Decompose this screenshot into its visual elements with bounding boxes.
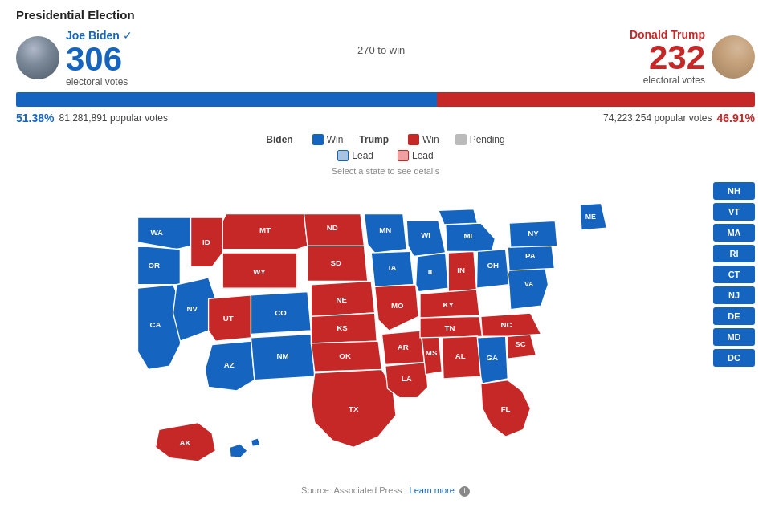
trump-pct: 46.91%	[717, 112, 755, 124]
legend-trump-header: Trump	[359, 134, 392, 145]
svg-text:TN: TN	[445, 323, 455, 332]
svg-text:OR: OR	[148, 261, 160, 270]
usa-map: WA OR CA ID NV MT WY	[16, 182, 705, 479]
svg-text:OH: OH	[487, 261, 499, 270]
svg-text:IA: IA	[389, 263, 397, 272]
trump-info: Donald Trump 232 electoral votes	[630, 28, 705, 86]
biden-avatar	[16, 36, 59, 79]
popular-votes-row: 51.38% 81,281,891 popular votes 74,223,2…	[16, 112, 755, 124]
svg-text:UT: UT	[223, 314, 234, 323]
sidebar-state-RI[interactable]: RI	[713, 245, 755, 262]
bar-red	[437, 92, 755, 107]
svg-text:KY: KY	[443, 300, 455, 309]
svg-text:MT: MT	[259, 225, 271, 234]
svg-text:NV: NV	[187, 304, 198, 313]
svg-text:AZ: AZ	[224, 360, 235, 369]
sidebar-state-NJ[interactable]: NJ	[713, 286, 755, 304]
legend-lead-label-2: Lead	[412, 150, 434, 161]
svg-text:NM: NM	[277, 351, 289, 360]
legend-trump-lead: Lead	[398, 150, 434, 161]
center-label: 270 to win	[133, 28, 630, 56]
state-WA[interactable]	[138, 217, 191, 250]
biden-check: ✓	[123, 29, 133, 42]
swatch-biden-lead	[337, 150, 349, 161]
legend-biden-win: Win	[312, 134, 344, 145]
svg-text:NE: NE	[336, 295, 347, 304]
svg-text:IN: IN	[457, 266, 465, 274]
svg-text:CO: CO	[275, 308, 287, 317]
swatch-pending	[455, 134, 467, 145]
source-row: Source: Associated Press Learn more i	[16, 485, 755, 497]
sidebar-state-MD[interactable]: MD	[713, 328, 755, 346]
svg-text:CA: CA	[150, 320, 161, 329]
trump-popular: 74,223,254 popular votes 46.91%	[603, 112, 755, 124]
svg-text:TX: TX	[349, 404, 359, 413]
svg-text:MD: MD	[557, 259, 566, 265]
biden-popular-votes: 81,281,891 popular votes	[59, 112, 167, 124]
legend-biden-label: Biden	[266, 134, 292, 145]
svg-text:ND: ND	[327, 223, 338, 232]
legend-win-label-1: Win	[327, 134, 344, 145]
biden-pct: 51.38%	[16, 112, 54, 124]
info-icon[interactable]: i	[459, 486, 470, 497]
biden-ev: 306	[66, 43, 133, 76]
svg-text:AR: AR	[398, 343, 409, 351]
legend-row-2: Lead Lead	[16, 148, 755, 163]
svg-text:AK: AK	[180, 438, 191, 447]
sidebar-state-DE[interactable]: DE	[713, 307, 755, 325]
trump-candidate: Donald Trump 232 electoral votes	[630, 28, 755, 86]
svg-text:MO: MO	[391, 301, 404, 310]
sidebar-state-NH[interactable]: NH	[713, 182, 755, 200]
biden-candidate: Joe Biden ✓ 306 electoral votes	[16, 28, 133, 87]
legend-trump-label: Trump	[359, 134, 389, 145]
legend-win-label-2: Win	[422, 134, 439, 145]
svg-text:PA: PA	[525, 251, 536, 260]
svg-text:NJ: NJ	[557, 242, 565, 248]
sidebar-state-DC[interactable]: DC	[713, 349, 755, 367]
svg-text:NY: NY	[528, 229, 539, 238]
sidebar-state-CT[interactable]: CT	[713, 266, 755, 283]
legend-biden-header: Biden	[266, 134, 296, 145]
legend-trump-win: Win	[408, 134, 439, 145]
svg-text:SD: SD	[330, 258, 341, 267]
sidebar-states: NH VT MA RI CT NJ DE MD DC	[713, 182, 755, 367]
svg-text:WA: WA	[150, 228, 163, 237]
svg-text:GA: GA	[487, 353, 499, 362]
svg-text:FL: FL	[501, 404, 511, 413]
legend-pending: Pending	[455, 134, 505, 145]
source-text: Source: Associated Press	[301, 485, 402, 495]
svg-text:HI: HI	[236, 454, 244, 463]
trump-ev: 232	[630, 41, 705, 75]
svg-text:LA: LA	[402, 374, 412, 383]
svg-marker-42	[251, 438, 259, 447]
svg-text:WI: WI	[421, 230, 430, 239]
swatch-trump-lead	[398, 150, 409, 161]
svg-text:NC: NC	[500, 320, 512, 329]
map-container: WA OR CA ID NV MT WY	[16, 182, 705, 479]
legend-lead-label-1: Lead	[352, 150, 373, 161]
legend-biden-lead: Lead	[337, 150, 373, 161]
svg-text:WY: WY	[253, 267, 266, 276]
svg-text:MI: MI	[464, 231, 473, 240]
svg-text:IL: IL	[428, 267, 435, 276]
svg-text:KS: KS	[337, 323, 348, 332]
svg-text:ME: ME	[585, 213, 596, 221]
biden-ev-label: electoral votes	[66, 76, 133, 87]
bar-blue	[16, 92, 437, 107]
svg-text:DE: DE	[557, 251, 565, 257]
select-hint: Select a state to see details	[16, 166, 755, 176]
svg-text:MS: MS	[426, 348, 438, 357]
swatch-biden-win	[312, 134, 324, 145]
sidebar-state-MA[interactable]: MA	[713, 224, 755, 242]
svg-text:RI: RI	[557, 234, 563, 239]
svg-text:SC: SC	[515, 339, 525, 348]
svg-text:OK: OK	[339, 351, 351, 360]
svg-text:MN: MN	[379, 225, 391, 234]
candidates-row: Joe Biden ✓ 306 electoral votes 270 to w…	[16, 28, 755, 87]
biden-info: Joe Biden ✓ 306 electoral votes	[66, 28, 133, 87]
progress-bar	[16, 92, 755, 107]
sidebar-state-VT[interactable]: VT	[713, 203, 755, 221]
svg-marker-26	[439, 209, 477, 224]
learn-more-link[interactable]: Learn more	[410, 485, 455, 495]
trump-popular-votes: 74,223,254 popular votes	[603, 112, 712, 124]
